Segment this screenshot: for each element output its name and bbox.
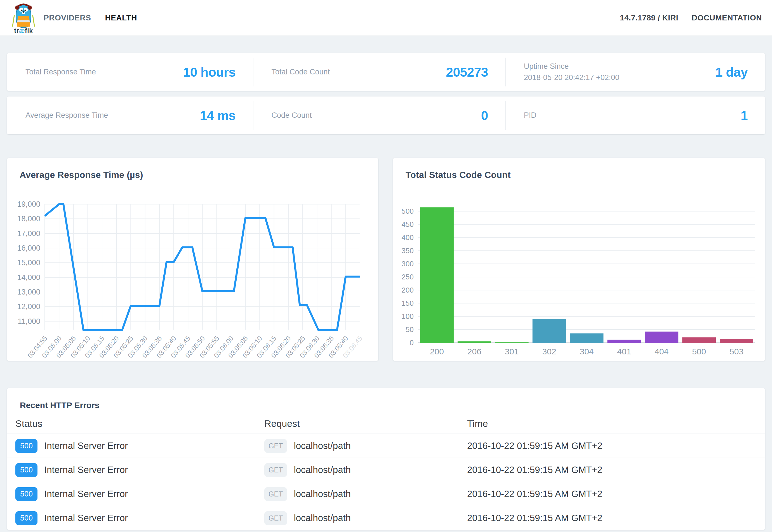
stat-label: Total Code Count	[271, 68, 330, 76]
error-row: 500 Internal Server Error GET localhost/…	[7, 434, 765, 458]
status-code-badge: 500	[15, 439, 37, 453]
error-message: Internal Server Error	[44, 513, 128, 523]
nav-links: PROVIDERS HEALTH	[44, 13, 137, 22]
time-cell: 2016-10-22 01:59:15 AM GMT+2	[467, 465, 765, 475]
request-path: localhost/path	[294, 441, 351, 451]
nav-documentation[interactable]: DOCUMENTATION	[692, 13, 762, 22]
svg-text:14,000: 14,000	[17, 273, 40, 282]
col-time: Time	[467, 418, 765, 429]
stat-total-code-count: Total Code Count 205273	[253, 53, 505, 91]
status-cell: 500 Internal Server Error	[15, 487, 264, 501]
svg-text:450: 450	[402, 220, 414, 229]
request-path: localhost/path	[294, 465, 351, 475]
table-header: Status Request Time	[7, 413, 765, 434]
svg-text:16,000: 16,000	[17, 244, 40, 252]
stat-code-count: Code Count 0	[253, 96, 505, 134]
avg-response-time-line-chart: 11,00012,00013,00014,00015,00016,00017,0…	[7, 158, 378, 361]
svg-text:17,000: 17,000	[17, 229, 40, 238]
status-code-chart-card: 0501001502002503003504004505002002063013…	[393, 158, 765, 361]
error-row: 500 Internal Server Error GET localhost/…	[7, 506, 765, 530]
col-request: Request	[264, 418, 467, 429]
svg-text:18,000: 18,000	[17, 215, 40, 223]
chart-title: Total Status Code Count	[406, 170, 511, 180]
stat-total-response-time: Total Response Time 10 hours	[7, 53, 253, 91]
col-status: Status	[15, 418, 264, 429]
status-cell: 500 Internal Server Error	[15, 439, 264, 453]
error-message: Internal Server Error	[44, 489, 128, 499]
stat-pid: PID 1	[505, 96, 765, 134]
status-code-badge: 500	[15, 487, 37, 501]
uptime-since-date: 2018-05-20 20:42:17 +02:00	[524, 73, 620, 82]
svg-text:503: 503	[729, 347, 743, 356]
stat-label: Code Count	[271, 111, 312, 120]
stats-row-current: Average Response Time 14 ms Code Count 0…	[7, 96, 765, 134]
svg-text:500: 500	[402, 207, 414, 215]
http-method-badge: GET	[264, 487, 287, 501]
svg-text:302: 302	[542, 347, 556, 356]
request-path: localhost/path	[294, 489, 351, 499]
time-cell: 2016-10-22 01:59:15 AM GMT+2	[467, 441, 765, 451]
recent-http-errors-card: Recent HTTP Errors Status Request Time 5…	[7, 388, 765, 530]
svg-text:200: 200	[430, 347, 444, 356]
svg-text:206: 206	[467, 347, 481, 356]
request-cell: GET localhost/path	[264, 439, 467, 453]
stat-value: 205273	[446, 65, 488, 80]
http-method-badge: GET	[264, 463, 287, 477]
status-code-badge: 500	[15, 511, 37, 525]
avg-response-time-chart-card: 11,00012,00013,00014,00015,00016,00017,0…	[7, 158, 378, 361]
svg-text:300: 300	[402, 260, 414, 268]
stat-average-response-time: Average Response Time 14 ms	[7, 96, 253, 134]
brand-text: træfik	[14, 27, 33, 35]
traefik-gopher-icon	[10, 1, 37, 29]
error-message: Internal Server Error	[44, 465, 128, 475]
svg-text:13,000: 13,000	[17, 288, 40, 296]
status-code-bar-chart: 0501001502002503003504004505002002063013…	[393, 158, 765, 361]
svg-text:500: 500	[692, 347, 706, 356]
svg-text:400: 400	[402, 233, 414, 242]
svg-text:200: 200	[402, 286, 414, 294]
nav-health[interactable]: HEALTH	[105, 13, 137, 22]
stat-label: PID	[524, 111, 536, 120]
time-cell: 2016-10-22 01:59:15 AM GMT+2	[467, 489, 765, 499]
stat-uptime: Uptime Since 2018-05-20 20:42:17 +02:00 …	[505, 53, 765, 91]
status-code-badge: 500	[15, 463, 37, 477]
stat-value: 10 hours	[183, 65, 236, 80]
table-title: Recent HTTP Errors	[7, 388, 765, 410]
stat-label: Uptime Since 2018-05-20 20:42:17 +02:00	[524, 62, 620, 82]
svg-text:0: 0	[410, 338, 414, 347]
svg-text:350: 350	[402, 246, 414, 255]
status-cell: 500 Internal Server Error	[15, 511, 264, 525]
svg-text:100: 100	[402, 312, 414, 321]
status-cell: 500 Internal Server Error	[15, 463, 264, 477]
svg-text:250: 250	[402, 273, 414, 281]
svg-text:150: 150	[402, 299, 414, 307]
table-body: 500 Internal Server Error GET localhost/…	[7, 434, 765, 530]
error-message: Internal Server Error	[44, 441, 128, 451]
svg-text:12,000: 12,000	[17, 302, 40, 311]
stat-value: 1	[741, 108, 748, 123]
stat-value: 1 day	[715, 65, 748, 80]
stat-value: 14 ms	[200, 108, 236, 123]
navbar: træfik PROVIDERS HEALTH 14.7.1789 / KIRI…	[0, 0, 772, 36]
time-cell: 2016-10-22 01:59:15 AM GMT+2	[467, 513, 765, 523]
request-cell: GET localhost/path	[264, 463, 467, 477]
traefik-logo[interactable]: træfik	[9, 1, 38, 35]
stat-value: 0	[481, 108, 488, 123]
error-row: 500 Internal Server Error GET localhost/…	[7, 458, 765, 482]
svg-text:404: 404	[655, 347, 669, 356]
svg-text:401: 401	[617, 347, 631, 356]
svg-text:19,000: 19,000	[17, 200, 40, 208]
http-method-badge: GET	[264, 439, 287, 453]
request-cell: GET localhost/path	[264, 511, 467, 525]
error-row: 500 Internal Server Error GET localhost/…	[7, 482, 765, 506]
svg-text:11,000: 11,000	[18, 317, 40, 326]
stat-label: Average Response Time	[25, 111, 108, 120]
svg-text:304: 304	[580, 347, 594, 356]
svg-text:15,000: 15,000	[17, 258, 40, 267]
svg-text:301: 301	[505, 347, 519, 356]
svg-text:50: 50	[406, 325, 414, 334]
http-method-badge: GET	[264, 511, 287, 525]
request-cell: GET localhost/path	[264, 487, 467, 501]
nav-providers[interactable]: PROVIDERS	[44, 13, 91, 22]
version-label: 14.7.1789 / KIRI	[620, 13, 678, 22]
